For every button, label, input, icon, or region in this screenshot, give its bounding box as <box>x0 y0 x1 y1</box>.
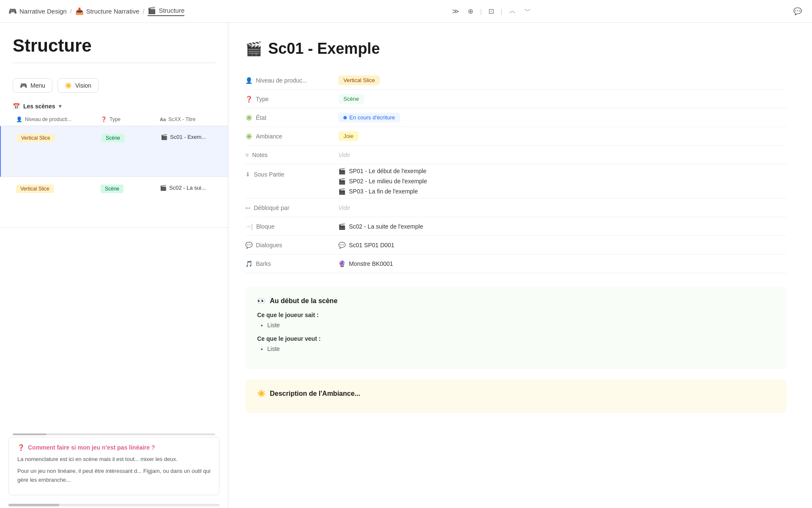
comment-icon[interactable]: 💬 <box>792 6 804 17</box>
sync-icon[interactable]: ⊕ <box>466 6 475 17</box>
field-type: ❓ Type Scène <box>245 90 787 108</box>
sp2-icon: 🎬 <box>338 178 346 185</box>
split-view-icon[interactable]: ⊡ <box>487 6 496 17</box>
record-film-icon: 🎬 <box>245 41 262 57</box>
field-label-type: ❓ Type <box>245 96 338 102</box>
breadcrumb-bar: 🎮 Narrative Design / 📥 Structure Narrati… <box>0 0 812 23</box>
dialogues-icon: 💬 <box>338 242 346 248</box>
scene-section: 👀 Au début de la scène Ce que le joueur … <box>245 287 787 369</box>
field-ambiance: ✳️ Ambiance Joie <box>245 127 787 146</box>
field-icon-notes: ≡ <box>245 152 249 158</box>
scene-list-item: Liste <box>267 322 775 329</box>
field-value-niveau: Vertical Slice <box>338 75 787 85</box>
col-header-titre: Aa ScXX - Titre <box>156 113 215 126</box>
menu-button-label: Menu <box>30 82 45 89</box>
breadcrumb-label-structure: Structure <box>159 7 184 14</box>
field-icon-sous-partie: ⬇ <box>245 171 250 178</box>
field-value-notes: Vide <box>338 152 787 158</box>
hint-text-1: La nomenclature est ici en scène mais il… <box>17 455 211 464</box>
field-dialogues: 💬 Dialogues 💬 Sc01 SP01 D001 <box>245 236 787 254</box>
field-value-ambiance: Joie <box>338 131 787 141</box>
cell-type-1: Scène <box>98 130 157 146</box>
scene-subsection-1-title: Ce que le joueur sait : <box>257 312 775 318</box>
hint-box: ❓ Comment faire si mon jeu n'est pas lin… <box>8 437 219 495</box>
sp1-icon: 🎬 <box>338 168 346 174</box>
type-tag-1: Scène <box>102 134 124 142</box>
cell-niveau-1: Vertical Slice <box>14 130 98 146</box>
breadcrumb-item-narrative-design[interactable]: 🎮 Narrative Design <box>8 7 67 15</box>
scene-list-1: Liste <box>257 322 775 329</box>
field-label-ambiance: ✳️ Ambiance <box>245 133 338 140</box>
breadcrumb-sep-2: / <box>143 8 144 15</box>
field-label-sous-partie: ⬇ Sous Partie <box>245 168 338 178</box>
breadcrumb-item-structure[interactable]: 🎬 Structure <box>148 6 184 16</box>
field-icon-niveau: 👤 <box>245 77 252 84</box>
field-label-etat: ✳️ État <box>245 114 338 121</box>
field-icon-etat: ✳️ <box>245 114 252 121</box>
menu-button-icon: 🎮 <box>20 82 27 89</box>
cell-type-2: Scène <box>97 181 156 196</box>
chevron-up-icon[interactable]: ︿ <box>508 5 518 17</box>
expand-icon[interactable]: ≫ <box>450 6 461 17</box>
sous-partie-item-3[interactable]: 🎬 SP03 - La fin de l'exemple <box>338 188 427 195</box>
scenes-chevron-icon: ▾ <box>59 103 61 109</box>
left-panel: Structure 🎮 Menu ☀️ Vision 📅 Les scènes … <box>0 23 228 508</box>
field-icon-debloque: ↤ <box>245 204 250 211</box>
niveau-tag-1: Vertical Slice <box>17 134 55 142</box>
breadcrumb-item-structure-narrative[interactable]: 📥 Structure Narrative <box>75 7 140 15</box>
field-bloque: →| Bloque 🎬 Sc02 - La suite de l'exemple <box>245 217 787 236</box>
scroll-indicator <box>13 433 215 435</box>
field-label-debloque: ↤ Débloqué par <box>245 204 338 211</box>
scene-list-2: Liste <box>257 345 775 352</box>
right-panel: 🎬 Sc01 - Exemple 👤 Niveau de produc... V… <box>228 23 812 508</box>
hint-icon: ❓ <box>17 444 25 451</box>
download-icon: 📥 <box>75 7 84 15</box>
col-icon-titre: Aa <box>160 117 166 122</box>
field-value-barks[interactable]: 🔮 Monstre BK0001 <box>338 260 787 267</box>
scenes-icon: 📅 <box>13 103 20 110</box>
page-title: Structure <box>13 36 215 56</box>
next-section-icon: ☀️ <box>257 389 266 398</box>
field-notes: ≡ Notes Vide <box>245 146 787 164</box>
field-label-barks: 🎵 Barks <box>245 260 338 267</box>
field-value-dialogues[interactable]: 💬 Sc01 SP01 D001 <box>338 242 787 248</box>
niveau-tag-2: Vertical Slice <box>16 185 54 193</box>
scenes-label: Les scènes <box>23 103 55 110</box>
sous-partie-list: 🎬 SP01 - Le début de l'exemple 🎬 SP02 - … <box>338 168 427 195</box>
action-buttons: 🎮 Menu ☀️ Vision <box>0 78 228 99</box>
field-icon-type: ❓ <box>245 96 252 102</box>
next-section: ☀️ Description de l'Ambiance... <box>245 379 787 413</box>
film-icon-row1: 🎬 <box>161 134 167 140</box>
vision-button[interactable]: ☀️ Vision <box>58 78 99 93</box>
main-content: Structure 🎮 Menu ☀️ Vision 📅 Les scènes … <box>0 23 812 508</box>
field-etat: ✳️ État En cours d'écriture <box>245 108 787 127</box>
field-value-bloque[interactable]: 🎬 Sc02 - La suite de l'exemple <box>338 223 787 230</box>
menu-button[interactable]: 🎮 Menu <box>13 78 52 93</box>
chevron-down-icon[interactable]: ﹀ <box>523 5 533 17</box>
field-icon-ambiance: ✳️ <box>245 133 252 140</box>
film-icon-breadcrumb: 🎬 <box>148 6 156 14</box>
divider-2: | <box>501 8 502 15</box>
breadcrumb-right-actions: ≫ ⊕ | ⊡ | ︿ ﹀ 💬 <box>450 5 804 17</box>
status-dot <box>343 116 347 119</box>
hint-text-2: Pour un jeu non linéaire, il peut être i… <box>17 467 211 485</box>
bottom-scrollbar[interactable] <box>8 504 219 506</box>
scenes-section-header[interactable]: 📅 Les scènes ▾ <box>0 99 228 113</box>
cell-titre-1: 🎬 Sc01 - Exem... <box>157 130 215 144</box>
field-label-notes: ≡ Notes <box>245 152 338 158</box>
field-value-sous-partie: 🎬 SP01 - Le début de l'exemple 🎬 SP02 - … <box>338 168 787 195</box>
field-icon-barks: 🎵 <box>245 260 252 267</box>
sous-partie-item-2[interactable]: 🎬 SP02 - Le milieu de l'exemple <box>338 178 427 185</box>
sous-partie-item-1[interactable]: 🎬 SP01 - Le début de l'exemple <box>338 168 427 174</box>
table-row[interactable]: Vertical Slice Scène 🎬 Sc02 - La sui... <box>0 177 228 228</box>
breadcrumb-label-narrative: Narrative Design <box>19 8 67 15</box>
scene-list-item: Liste <box>267 345 775 352</box>
field-value-etat: En cours d'écriture <box>338 113 787 122</box>
breadcrumb-sep-1: / <box>70 8 72 15</box>
col-header-type: ❓ Type <box>97 113 156 126</box>
sp3-icon: 🎬 <box>338 188 346 195</box>
cell-titre-2: 🎬 Sc02 - La sui... <box>156 181 215 194</box>
table-row[interactable]: Vertical Slice Scène 🎬 Sc01 - Exem... <box>0 126 228 177</box>
scroll-thumb <box>13 433 47 435</box>
type-value-tag: Scène <box>338 94 364 104</box>
